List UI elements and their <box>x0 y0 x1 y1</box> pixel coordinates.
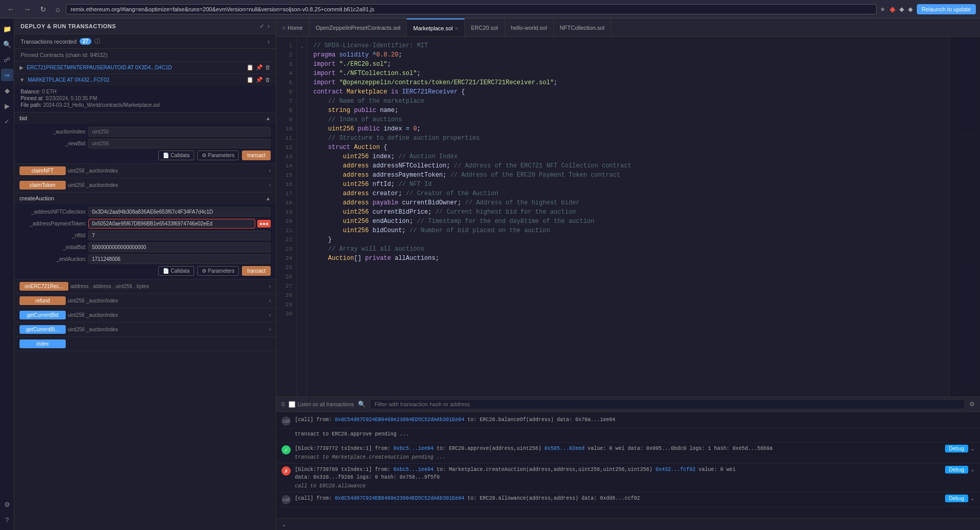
createAuction-collapse-icon[interactable]: ▲ <box>266 196 271 201</box>
onERC721-btn[interactable]: onERC721Rec... <box>20 282 68 291</box>
back-button[interactable]: ← <box>4 4 17 14</box>
git-icon-btn[interactable]: ☍ <box>1 53 13 66</box>
msg-2: transact to ERC20.approve pending ... <box>276 428 980 443</box>
createAuction-transact-btn[interactable]: transact <box>242 266 271 276</box>
getCurrentBi2-row[interactable]: getCurrentBi... uint256 _auctionIndex › <box>14 323 276 337</box>
help-icon-btn[interactable]: ? <box>1 514 13 526</box>
claimNFT-btn[interactable]: claimNFT <box>20 166 66 175</box>
chevron-right-icon[interactable]: › <box>268 23 270 30</box>
search-icon-btn[interactable]: 🔍 <box>1 38 13 50</box>
error-badge[interactable]: ●●● <box>257 220 271 228</box>
collapse-arrow-icon[interactable]: ⌄ <box>300 43 304 49</box>
check-icon[interactable]: ✓ <box>259 23 265 30</box>
tab-marketplace-close[interactable]: × <box>455 25 458 31</box>
expand-icon[interactable]: › <box>268 38 270 45</box>
getCurrentBi2-expand-icon[interactable]: › <box>269 327 271 332</box>
bid-parameters-btn[interactable]: ⚙ Parameters <box>197 150 239 160</box>
verify-icon-btn[interactable]: ✓ <box>1 115 13 127</box>
tab-nftcollection[interactable]: NFTCollection.sol <box>554 18 611 37</box>
createAuction-parameters-btn[interactable]: ⚙ Parameters <box>197 266 239 276</box>
plugin-icon-btn[interactable]: ◆ <box>1 84 13 97</box>
console-search-icon[interactable]: 🔍 <box>358 401 366 408</box>
home-button[interactable]: ⌂ <box>52 4 63 14</box>
claimNFT-expand-icon[interactable]: › <box>269 168 271 174</box>
code-line-7: import "@openzeppelin/contracts/token/ER… <box>313 78 943 87</box>
getCurrentBid-expand-icon[interactable]: › <box>269 312 271 318</box>
console-count: 0 <box>281 401 285 407</box>
msg-5-debug-btn[interactable]: Debug <box>945 495 968 502</box>
console-settings-icon[interactable]: ⚙ <box>969 401 975 408</box>
contract-row-2[interactable]: ▼ MARKETPLACE AT 0X432...FCF02 📋 📌 🗑 <box>14 74 276 86</box>
addr-payment-input[interactable] <box>88 219 255 229</box>
copy-icon-2[interactable]: 📋 <box>247 77 254 83</box>
code-content[interactable]: // SPDX-License-Identifier: MIT pragma s… <box>307 37 949 396</box>
getCurrentBi2-params: uint256 _auctionIndex <box>68 327 267 332</box>
tab-home[interactable]: ⌂ Home <box>276 18 309 37</box>
bid-header[interactable]: bid ▲ <box>14 112 276 124</box>
bid-calldata-btn[interactable]: 📄 Calldata <box>158 150 194 160</box>
end-auction-row: _endAuction: <box>20 254 271 264</box>
msg-4-expand-icon[interactable]: ⌄ <box>970 466 975 473</box>
getCurrentBid-row[interactable]: getCurrentBid uint256 _auctionIndex › <box>14 308 276 323</box>
delete-icon-2[interactable]: 🗑 <box>265 77 271 83</box>
pin-icon-2[interactable]: 📌 <box>256 77 263 83</box>
reload-button[interactable]: ↻ <box>37 4 49 14</box>
tab-openzeppelin[interactable]: OpenZeppelinPresetContracts.sol <box>309 18 407 37</box>
nftid-input[interactable] <box>88 231 271 240</box>
msg-3-expand-icon[interactable]: ⌄ <box>970 445 975 452</box>
index-btn[interactable]: index <box>20 339 66 348</box>
settings-icon-btn[interactable]: ⚙ <box>1 498 13 510</box>
refund-expand-icon[interactable]: › <box>269 298 271 304</box>
contract-icons-2: 📋 📌 🗑 <box>247 77 271 83</box>
getCurrentBid-btn[interactable]: getCurrentBid <box>20 311 66 319</box>
line-2: 2 <box>276 50 296 60</box>
browser-chrome: ← → ↻ ⌂ ★ ◆ ◆ ◆ Relaunch to update <box>0 0 980 18</box>
profile-icon: ◆ <box>908 6 913 13</box>
forward-button[interactable]: → <box>21 4 34 14</box>
test-icon-btn[interactable]: ▶ <box>1 100 13 112</box>
contract-row-1[interactable]: ▶ ERC721PRESETMINTERPAUSERAUTOID AT 0X3D… <box>14 62 276 73</box>
console-filter-input[interactable] <box>370 399 965 409</box>
initial-bid-input[interactable] <box>88 242 271 252</box>
bid-collapse-icon[interactable]: ▲ <box>266 116 271 121</box>
refund-btn[interactable]: refund <box>20 296 66 305</box>
files-icon-btn[interactable]: 📁 <box>1 23 13 35</box>
delete-icon-1[interactable]: 🗑 <box>265 64 271 71</box>
auction-index-input[interactable] <box>88 127 271 137</box>
bookmark-icon: ★ <box>880 6 885 13</box>
msg-5-text: [call] from: 0x8C54d07C924EB9468e23084ED… <box>295 496 640 501</box>
index-row[interactable]: index <box>14 337 276 351</box>
tab-hello-world[interactable]: hello-world.sol <box>505 18 554 37</box>
tab-marketplace[interactable]: Marketplace.sol × <box>407 18 464 37</box>
chevron-up-icon[interactable]: ⌄ <box>281 521 287 528</box>
onERC721-row[interactable]: onERC721Rec... address , address , uint2… <box>14 279 276 294</box>
pin-icon-1[interactable]: 📌 <box>256 64 263 71</box>
claimToken-btn[interactable]: claimToken <box>20 181 66 190</box>
copy-icon-1[interactable]: 📋 <box>247 64 254 71</box>
address-bar[interactable] <box>66 4 876 14</box>
msg-1-content: [call] from: 0x8C54d07C924EB9468e23084ED… <box>295 416 975 424</box>
new-bid-input[interactable] <box>88 139 271 148</box>
addr-nft-input[interactable] <box>88 207 271 217</box>
refund-row[interactable]: refund uint256 _auctionIndex › <box>14 294 276 308</box>
claimToken-expand-icon[interactable]: › <box>269 182 271 188</box>
claimNFT-row[interactable]: claimNFT uint256 _auctionIndex › <box>14 164 276 178</box>
createAuction-calldata-btn[interactable]: 📄 Calldata <box>158 266 194 276</box>
deploy-icon-btn[interactable]: ⇒ <box>1 69 13 81</box>
getCurrentBi2-btn[interactable]: getCurrentBi... <box>20 325 66 334</box>
bid-transact-btn[interactable]: transact <box>242 150 271 160</box>
relaunch-button[interactable]: Relaunch to update <box>917 4 976 14</box>
end-auction-input[interactable] <box>88 254 271 264</box>
nftid-row: _nftId: <box>20 231 271 240</box>
msg-5-expand-icon[interactable]: ⌄ <box>970 495 975 502</box>
createAuction-buttons: 📄 Calldata ⚙ Parameters transact <box>20 266 271 276</box>
code-line-3: pragma solidity ^0.8.20; <box>313 50 943 60</box>
claimToken-row[interactable]: claimToken uint256 _auctionIndex › <box>14 178 276 193</box>
onERC721-expand-icon[interactable]: › <box>269 283 271 289</box>
info-icon[interactable]: ⓘ <box>95 37 100 45</box>
msg-3-debug-btn[interactable]: Debug <box>945 445 968 452</box>
msg-4-debug-btn[interactable]: Debug <box>945 466 968 474</box>
listen-checkbox[interactable] <box>289 401 295 408</box>
createAuction-header[interactable]: createAuction ▲ <box>14 193 276 204</box>
tab-erc20[interactable]: ERC20.sol <box>465 18 505 37</box>
